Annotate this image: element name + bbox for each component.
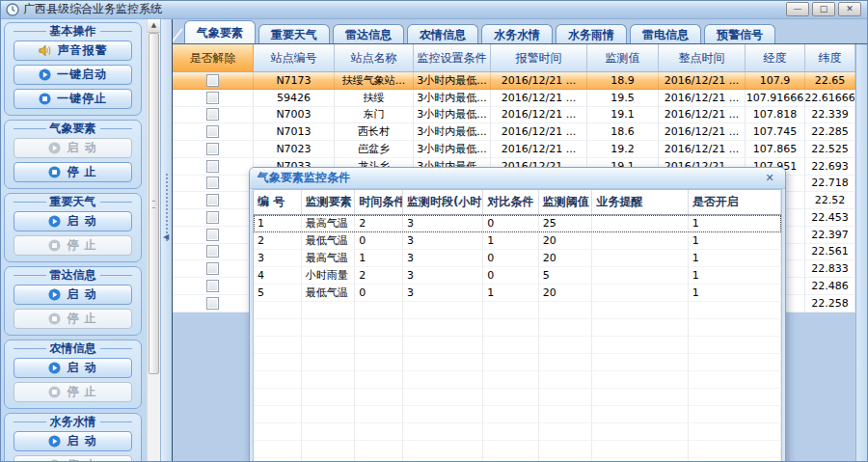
table-row[interactable]: N7013西长村3小时内最低...2016/12/21 ...18.62016/…	[173, 123, 855, 141]
table-cell	[592, 319, 688, 337]
table-cell	[689, 302, 781, 319]
row-checkbox[interactable]	[206, 160, 219, 173]
table-cell	[254, 423, 302, 441]
dialog-table-row[interactable]: 1最高气温230251	[254, 215, 781, 232]
row-checkbox[interactable]	[206, 194, 219, 206]
stop-button[interactable]: 一键停止	[14, 89, 132, 109]
play-icon	[48, 435, 61, 448]
table-cell: 22.693	[805, 158, 855, 176]
row-checkbox[interactable]	[206, 108, 219, 121]
table-cell: 22.397	[805, 227, 855, 244]
minimize-button[interactable]: —	[786, 2, 809, 16]
table-cell: 2016/12/21 ...	[659, 90, 746, 107]
row-checkbox[interactable]	[206, 262, 219, 275]
dialog-title-bar[interactable]: 气象要素监控条件 ✕	[250, 168, 785, 189]
start-button[interactable]: 启 动	[14, 138, 132, 158]
table-cell	[403, 423, 483, 441]
panel-splitter[interactable]: ◀	[160, 19, 172, 462]
table-cell: 岜盆乡	[335, 141, 414, 158]
row-checkbox[interactable]	[206, 177, 219, 189]
dialog-table-row[interactable]: 3最高气温130201	[254, 250, 781, 267]
table-cell	[539, 441, 593, 458]
table-cell	[302, 302, 356, 319]
dialog-table-row[interactable]: 2最低气温031201	[254, 232, 781, 250]
table-cell	[689, 441, 781, 458]
stop-button[interactable]: 停 止	[14, 382, 132, 402]
table-cell: 西长村	[335, 123, 414, 141]
checkbox-cell	[173, 72, 254, 90]
tab-6[interactable]: 水务雨情	[556, 24, 627, 43]
table-cell: 2016/12/21 ...	[659, 123, 746, 141]
table-cell	[355, 319, 403, 337]
start-button[interactable]: 启 动	[14, 431, 132, 451]
table-cell	[254, 354, 302, 371]
table-cell: 3小时内最低...	[414, 141, 491, 158]
button-label: 一键启动	[57, 67, 107, 83]
stop-button[interactable]: 停 止	[14, 309, 132, 329]
table-row[interactable]: 59426扶绥3小时内最低...2016/12/21 ...19.52016/1…	[173, 90, 855, 107]
tab-2[interactable]: 重要天气	[258, 24, 330, 43]
table-cell	[539, 354, 593, 371]
row-checkbox[interactable]	[206, 143, 219, 155]
table-cell: 0	[355, 285, 403, 302]
column-header: 整点时间	[659, 44, 746, 72]
start-button[interactable]: 一键启动	[14, 65, 132, 85]
scrollbar-thumb[interactable]	[149, 33, 159, 374]
table-cell: 22.285	[805, 123, 855, 141]
table-cell: 3	[403, 215, 483, 232]
table-cell	[403, 302, 483, 319]
table-row[interactable]: N7173扶绥气象站...3小时内最低...2016/12/21 ...18.9…	[173, 72, 855, 90]
dialog-table-row[interactable]: 5最低气温031201	[254, 285, 781, 302]
sidebar-scrollbar[interactable]: ▲	[147, 19, 160, 462]
dialog-empty-row	[254, 458, 781, 462]
sound-alarm-button[interactable]: 声音报警	[14, 41, 132, 61]
dialog-empty-row	[254, 389, 781, 406]
table-cell	[302, 337, 356, 354]
row-checkbox[interactable]	[206, 92, 219, 104]
tab-1[interactable]: 气象要素	[184, 20, 256, 43]
splitter-grip[interactable]	[166, 174, 168, 241]
tab-5[interactable]: 水务水情	[481, 24, 553, 43]
scroll-up-arrow[interactable]: ▲	[148, 19, 160, 33]
stop-button[interactable]: 停 止	[14, 162, 132, 182]
row-checkbox[interactable]	[206, 74, 219, 87]
maximize-button[interactable]: □	[812, 2, 835, 16]
table-cell: 最低气温	[302, 285, 356, 302]
row-checkbox[interactable]	[206, 211, 219, 224]
row-checkbox[interactable]	[206, 245, 219, 258]
table-cell	[302, 389, 356, 406]
tab-8[interactable]: 预警信号	[704, 24, 775, 43]
start-button[interactable]: 启 动	[14, 358, 132, 378]
table-cell	[254, 458, 302, 462]
start-button[interactable]: 启 动	[14, 211, 132, 231]
tab-4[interactable]: 农情信息	[407, 24, 478, 43]
table-cell: 22.453	[805, 209, 855, 227]
chevron-left-icon[interactable]: ◀	[163, 233, 169, 241]
dialog-table-header: 编 号监测要素时间条件监测时段(小时)对比条件监测阈值业务提醒是否开启	[254, 190, 781, 215]
stop-button[interactable]: 停 止	[14, 455, 132, 462]
row-checkbox[interactable]	[206, 125, 219, 138]
checkbox-cell	[173, 260, 254, 278]
table-cell: 19.5	[587, 90, 659, 107]
tab-7[interactable]: 雷电信息	[630, 24, 701, 43]
table-cell	[302, 319, 356, 337]
dialog-table-row[interactable]: 4小时雨量23051	[254, 267, 781, 285]
table-scrollbar[interactable]	[855, 44, 868, 462]
table-cell: 107.91666	[746, 90, 805, 107]
table-row[interactable]: N7003东门3小时内最低...2016/12/21 ...19.12016/1…	[173, 107, 855, 124]
column-header: 监测要素	[302, 190, 356, 214]
table-cell	[254, 371, 302, 389]
start-button[interactable]: 启 动	[14, 285, 132, 305]
dialog-close-icon[interactable]: ✕	[762, 172, 777, 184]
checkbox-cell	[173, 295, 254, 313]
row-checkbox[interactable]	[206, 229, 219, 241]
table-row[interactable]: N7023岜盆乡3小时内最低...2016/12/21 ...19.22016/…	[173, 141, 855, 158]
row-checkbox[interactable]	[206, 280, 219, 292]
stop-button[interactable]: 停 止	[14, 235, 132, 256]
row-checkbox[interactable]	[206, 297, 219, 310]
close-button[interactable]: ✕	[838, 2, 861, 16]
stop-icon	[48, 166, 61, 178]
tab-3[interactable]: 雷达信息	[333, 24, 404, 43]
table-cell	[254, 337, 302, 354]
dialog-empty-row	[254, 354, 781, 371]
